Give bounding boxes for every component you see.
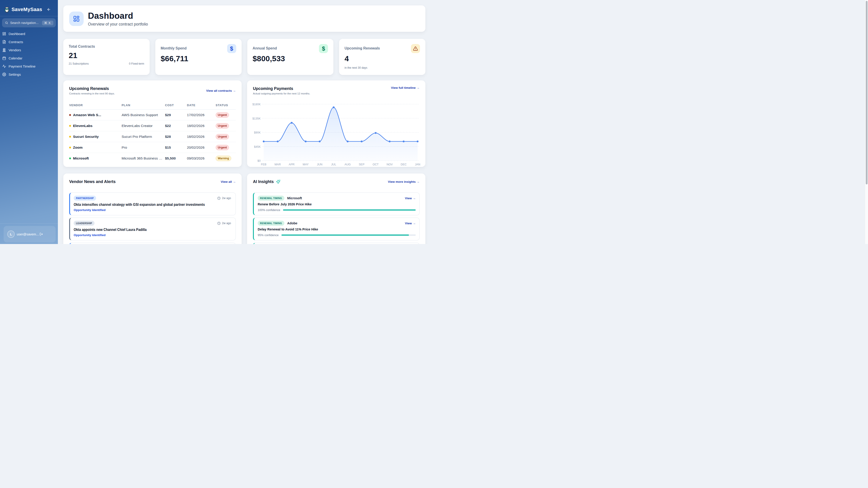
svg-text:SEP: SEP: [359, 163, 364, 166]
svg-text:$45K: $45K: [254, 145, 261, 149]
svg-text:APR: APR: [289, 163, 294, 166]
svg-text:OCT: OCT: [373, 163, 379, 166]
svg-text:$90K: $90K: [254, 131, 261, 134]
svg-text:MAR: MAR: [274, 163, 281, 166]
svg-text:JUN: JUN: [317, 163, 322, 166]
svg-text:JAN: JAN: [415, 163, 421, 166]
svg-text:JUL: JUL: [331, 163, 336, 166]
svg-text:AUG: AUG: [344, 163, 350, 166]
svg-text:$0: $0: [257, 159, 260, 162]
svg-text:$135K: $135K: [252, 117, 261, 120]
svg-text:FEB: FEB: [261, 163, 266, 166]
svg-text:DEC: DEC: [401, 163, 406, 166]
svg-text:MAY: MAY: [303, 163, 309, 166]
svg-text:$180K: $180K: [252, 103, 261, 106]
svg-text:NOV: NOV: [386, 163, 393, 166]
